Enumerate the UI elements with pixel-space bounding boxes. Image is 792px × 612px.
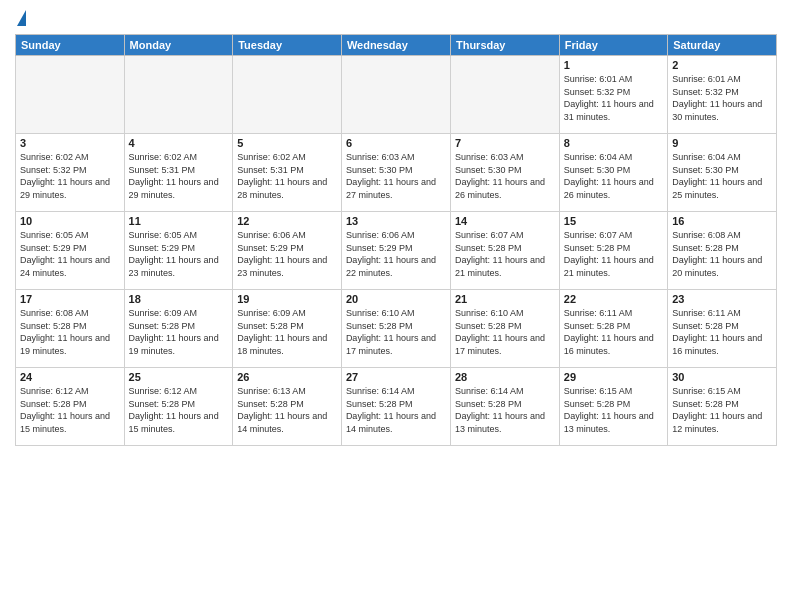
calendar-cell: 20Sunrise: 6:10 AM Sunset: 5:28 PM Dayli… bbox=[341, 290, 450, 368]
day-info: Sunrise: 6:04 AM Sunset: 5:30 PM Dayligh… bbox=[564, 151, 663, 201]
calendar-cell bbox=[450, 56, 559, 134]
week-row-2: 10Sunrise: 6:05 AM Sunset: 5:29 PM Dayli… bbox=[16, 212, 777, 290]
calendar-cell: 9Sunrise: 6:04 AM Sunset: 5:30 PM Daylig… bbox=[668, 134, 777, 212]
page: SundayMondayTuesdayWednesdayThursdayFrid… bbox=[0, 0, 792, 612]
calendar-cell: 23Sunrise: 6:11 AM Sunset: 5:28 PM Dayli… bbox=[668, 290, 777, 368]
day-number: 8 bbox=[564, 137, 663, 149]
day-number: 14 bbox=[455, 215, 555, 227]
calendar-cell bbox=[16, 56, 125, 134]
calendar-cell: 10Sunrise: 6:05 AM Sunset: 5:29 PM Dayli… bbox=[16, 212, 125, 290]
day-info: Sunrise: 6:10 AM Sunset: 5:28 PM Dayligh… bbox=[346, 307, 446, 357]
weekday-header-friday: Friday bbox=[559, 35, 667, 56]
day-number: 9 bbox=[672, 137, 772, 149]
day-number: 17 bbox=[20, 293, 120, 305]
day-info: Sunrise: 6:14 AM Sunset: 5:28 PM Dayligh… bbox=[346, 385, 446, 435]
calendar-cell: 25Sunrise: 6:12 AM Sunset: 5:28 PM Dayli… bbox=[124, 368, 233, 446]
calendar-cell: 13Sunrise: 6:06 AM Sunset: 5:29 PM Dayli… bbox=[341, 212, 450, 290]
day-info: Sunrise: 6:12 AM Sunset: 5:28 PM Dayligh… bbox=[129, 385, 229, 435]
day-number: 12 bbox=[237, 215, 337, 227]
day-info: Sunrise: 6:09 AM Sunset: 5:28 PM Dayligh… bbox=[129, 307, 229, 357]
day-number: 19 bbox=[237, 293, 337, 305]
calendar-cell: 1Sunrise: 6:01 AM Sunset: 5:32 PM Daylig… bbox=[559, 56, 667, 134]
calendar-cell: 24Sunrise: 6:12 AM Sunset: 5:28 PM Dayli… bbox=[16, 368, 125, 446]
day-number: 26 bbox=[237, 371, 337, 383]
week-row-4: 24Sunrise: 6:12 AM Sunset: 5:28 PM Dayli… bbox=[16, 368, 777, 446]
day-info: Sunrise: 6:05 AM Sunset: 5:29 PM Dayligh… bbox=[20, 229, 120, 279]
day-info: Sunrise: 6:07 AM Sunset: 5:28 PM Dayligh… bbox=[564, 229, 663, 279]
weekday-header-sunday: Sunday bbox=[16, 35, 125, 56]
day-info: Sunrise: 6:01 AM Sunset: 5:32 PM Dayligh… bbox=[564, 73, 663, 123]
day-number: 13 bbox=[346, 215, 446, 227]
day-number: 23 bbox=[672, 293, 772, 305]
calendar-cell: 22Sunrise: 6:11 AM Sunset: 5:28 PM Dayli… bbox=[559, 290, 667, 368]
calendar-cell bbox=[341, 56, 450, 134]
header bbox=[15, 10, 777, 26]
day-number: 22 bbox=[564, 293, 663, 305]
day-number: 18 bbox=[129, 293, 229, 305]
day-number: 16 bbox=[672, 215, 772, 227]
day-number: 28 bbox=[455, 371, 555, 383]
week-row-0: 1Sunrise: 6:01 AM Sunset: 5:32 PM Daylig… bbox=[16, 56, 777, 134]
day-info: Sunrise: 6:02 AM Sunset: 5:32 PM Dayligh… bbox=[20, 151, 120, 201]
day-info: Sunrise: 6:08 AM Sunset: 5:28 PM Dayligh… bbox=[20, 307, 120, 357]
calendar-cell: 17Sunrise: 6:08 AM Sunset: 5:28 PM Dayli… bbox=[16, 290, 125, 368]
weekday-header-row: SundayMondayTuesdayWednesdayThursdayFrid… bbox=[16, 35, 777, 56]
calendar-cell: 3Sunrise: 6:02 AM Sunset: 5:32 PM Daylig… bbox=[16, 134, 125, 212]
weekday-header-wednesday: Wednesday bbox=[341, 35, 450, 56]
calendar-cell: 29Sunrise: 6:15 AM Sunset: 5:28 PM Dayli… bbox=[559, 368, 667, 446]
day-number: 25 bbox=[129, 371, 229, 383]
calendar-cell: 14Sunrise: 6:07 AM Sunset: 5:28 PM Dayli… bbox=[450, 212, 559, 290]
day-info: Sunrise: 6:06 AM Sunset: 5:29 PM Dayligh… bbox=[346, 229, 446, 279]
day-number: 1 bbox=[564, 59, 663, 71]
day-info: Sunrise: 6:01 AM Sunset: 5:32 PM Dayligh… bbox=[672, 73, 772, 123]
day-info: Sunrise: 6:07 AM Sunset: 5:28 PM Dayligh… bbox=[455, 229, 555, 279]
day-number: 27 bbox=[346, 371, 446, 383]
day-info: Sunrise: 6:02 AM Sunset: 5:31 PM Dayligh… bbox=[129, 151, 229, 201]
calendar-cell: 21Sunrise: 6:10 AM Sunset: 5:28 PM Dayli… bbox=[450, 290, 559, 368]
calendar-cell: 15Sunrise: 6:07 AM Sunset: 5:28 PM Dayli… bbox=[559, 212, 667, 290]
calendar-cell: 8Sunrise: 6:04 AM Sunset: 5:30 PM Daylig… bbox=[559, 134, 667, 212]
day-info: Sunrise: 6:14 AM Sunset: 5:28 PM Dayligh… bbox=[455, 385, 555, 435]
day-info: Sunrise: 6:05 AM Sunset: 5:29 PM Dayligh… bbox=[129, 229, 229, 279]
weekday-header-saturday: Saturday bbox=[668, 35, 777, 56]
logo-triangle-icon bbox=[17, 10, 26, 26]
weekday-header-tuesday: Tuesday bbox=[233, 35, 342, 56]
calendar-cell bbox=[124, 56, 233, 134]
day-info: Sunrise: 6:15 AM Sunset: 5:28 PM Dayligh… bbox=[564, 385, 663, 435]
calendar-cell: 19Sunrise: 6:09 AM Sunset: 5:28 PM Dayli… bbox=[233, 290, 342, 368]
calendar-cell: 28Sunrise: 6:14 AM Sunset: 5:28 PM Dayli… bbox=[450, 368, 559, 446]
day-info: Sunrise: 6:13 AM Sunset: 5:28 PM Dayligh… bbox=[237, 385, 337, 435]
calendar-cell: 7Sunrise: 6:03 AM Sunset: 5:30 PM Daylig… bbox=[450, 134, 559, 212]
day-info: Sunrise: 6:03 AM Sunset: 5:30 PM Dayligh… bbox=[455, 151, 555, 201]
day-info: Sunrise: 6:08 AM Sunset: 5:28 PM Dayligh… bbox=[672, 229, 772, 279]
logo bbox=[15, 10, 26, 26]
logo-text bbox=[15, 10, 26, 26]
day-number: 24 bbox=[20, 371, 120, 383]
calendar-cell bbox=[233, 56, 342, 134]
day-number: 4 bbox=[129, 137, 229, 149]
calendar-cell: 6Sunrise: 6:03 AM Sunset: 5:30 PM Daylig… bbox=[341, 134, 450, 212]
day-number: 10 bbox=[20, 215, 120, 227]
day-number: 15 bbox=[564, 215, 663, 227]
day-number: 29 bbox=[564, 371, 663, 383]
day-number: 30 bbox=[672, 371, 772, 383]
calendar-cell: 16Sunrise: 6:08 AM Sunset: 5:28 PM Dayli… bbox=[668, 212, 777, 290]
day-number: 11 bbox=[129, 215, 229, 227]
day-number: 6 bbox=[346, 137, 446, 149]
day-number: 3 bbox=[20, 137, 120, 149]
calendar: SundayMondayTuesdayWednesdayThursdayFrid… bbox=[15, 34, 777, 446]
day-info: Sunrise: 6:15 AM Sunset: 5:28 PM Dayligh… bbox=[672, 385, 772, 435]
day-info: Sunrise: 6:04 AM Sunset: 5:30 PM Dayligh… bbox=[672, 151, 772, 201]
weekday-header-thursday: Thursday bbox=[450, 35, 559, 56]
calendar-cell: 18Sunrise: 6:09 AM Sunset: 5:28 PM Dayli… bbox=[124, 290, 233, 368]
day-info: Sunrise: 6:12 AM Sunset: 5:28 PM Dayligh… bbox=[20, 385, 120, 435]
weekday-header-monday: Monday bbox=[124, 35, 233, 56]
day-info: Sunrise: 6:03 AM Sunset: 5:30 PM Dayligh… bbox=[346, 151, 446, 201]
day-info: Sunrise: 6:11 AM Sunset: 5:28 PM Dayligh… bbox=[564, 307, 663, 357]
calendar-cell: 26Sunrise: 6:13 AM Sunset: 5:28 PM Dayli… bbox=[233, 368, 342, 446]
day-info: Sunrise: 6:10 AM Sunset: 5:28 PM Dayligh… bbox=[455, 307, 555, 357]
week-row-1: 3Sunrise: 6:02 AM Sunset: 5:32 PM Daylig… bbox=[16, 134, 777, 212]
day-info: Sunrise: 6:11 AM Sunset: 5:28 PM Dayligh… bbox=[672, 307, 772, 357]
calendar-cell: 12Sunrise: 6:06 AM Sunset: 5:29 PM Dayli… bbox=[233, 212, 342, 290]
day-info: Sunrise: 6:09 AM Sunset: 5:28 PM Dayligh… bbox=[237, 307, 337, 357]
